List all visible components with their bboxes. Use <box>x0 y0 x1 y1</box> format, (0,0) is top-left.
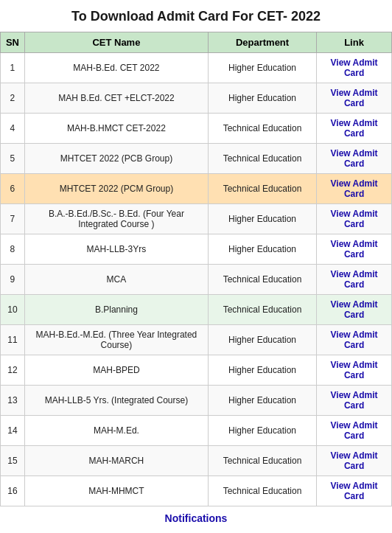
cell-cet-name: MAH-MHMCT <box>24 476 208 506</box>
view-admit-card-link[interactable]: View Admit Card <box>331 269 378 290</box>
cell-cet-name: MAH-B.Ed.-M.Ed. (Three Year Integrated C… <box>24 325 208 355</box>
view-admit-card-link[interactable]: View Admit Card <box>331 420 378 441</box>
cell-sn: 8 <box>1 234 25 265</box>
cell-link[interactable]: View Admit Card <box>317 174 392 204</box>
table-row: 10B.PlanningTechnical EducationView Admi… <box>1 295 392 325</box>
cell-cet-name: MAH-M.Ed. <box>24 416 208 446</box>
header-cet-name: CET Name <box>24 32 208 53</box>
cell-cet-name: MHTCET 2022 (PCB Group) <box>24 144 208 174</box>
cell-cet-name: MCA <box>24 265 208 295</box>
table-row: 13MAH-LLB-5 Yrs. (Integrated Course)High… <box>1 386 392 416</box>
view-admit-card-link[interactable]: View Admit Card <box>331 58 378 78</box>
table-row: 7B.A.-B.Ed./B.Sc.- B.Ed. (Four Year Inte… <box>1 204 392 234</box>
cell-link[interactable]: View Admit Card <box>317 386 392 416</box>
cell-link[interactable]: View Admit Card <box>317 325 392 355</box>
cell-cet-name: MHTCET 2022 (PCM Group) <box>24 174 208 204</box>
cell-cet-name: MAH-BPED <box>24 355 208 386</box>
view-admit-card-link[interactable]: View Admit Card <box>331 481 378 501</box>
cell-department: Higher Education <box>208 386 316 416</box>
cell-department: Higher Education <box>208 83 316 114</box>
cell-sn: 2 <box>1 83 25 114</box>
cell-cet-name: MAH-MARCH <box>24 446 208 476</box>
table-row: 8MAH-LLB-3YrsHigher EducationView Admit … <box>1 234 392 265</box>
cell-department: Technical Education <box>208 265 316 295</box>
cell-cet-name: MAH-B.HMCT CET-2022 <box>24 114 208 144</box>
cell-sn: 1 <box>1 53 25 83</box>
cell-department: Technical Education <box>208 174 316 204</box>
cell-department: Higher Education <box>208 416 316 446</box>
cell-link[interactable]: View Admit Card <box>317 295 392 325</box>
view-admit-card-link[interactable]: View Admit Card <box>331 178 378 199</box>
cell-department: Higher Education <box>208 234 316 265</box>
cell-link[interactable]: View Admit Card <box>317 234 392 265</box>
view-admit-card-link[interactable]: View Admit Card <box>331 299 378 320</box>
cell-cet-name: MAH-B.Ed. CET 2022 <box>24 53 208 83</box>
cell-link[interactable]: View Admit Card <box>317 265 392 295</box>
header-department: Department <box>208 32 316 53</box>
view-admit-card-link[interactable]: View Admit Card <box>331 148 378 169</box>
cell-link[interactable]: View Admit Card <box>317 114 392 144</box>
cell-link[interactable]: View Admit Card <box>317 204 392 234</box>
cell-cet-name: MAH-LLB-3Yrs <box>24 234 208 265</box>
cell-sn: 11 <box>1 325 25 355</box>
cell-link[interactable]: View Admit Card <box>317 416 392 446</box>
cell-department: Higher Education <box>208 53 316 83</box>
cell-sn: 10 <box>1 295 25 325</box>
table-row: 1MAH-B.Ed. CET 2022Higher EducationView … <box>1 53 392 83</box>
cell-link[interactable]: View Admit Card <box>317 476 392 506</box>
page-title: To Download Admit Card For CET- 2022 <box>0 0 392 32</box>
cell-sn: 13 <box>1 386 25 416</box>
cell-sn: 7 <box>1 204 25 234</box>
table-row: 6MHTCET 2022 (PCM Group)Technical Educat… <box>1 174 392 204</box>
table-row: 12MAH-BPEDHigher EducationView Admit Car… <box>1 355 392 386</box>
header-sn: SN <box>1 32 25 53</box>
table-row: 14MAH-M.Ed.Higher EducationView Admit Ca… <box>1 416 392 446</box>
cell-cet-name: B.Planning <box>24 295 208 325</box>
header-link: Link <box>317 32 392 53</box>
cell-cet-name: MAH-LLB-5 Yrs. (Integrated Course) <box>24 386 208 416</box>
cell-sn: 6 <box>1 174 25 204</box>
view-admit-card-link[interactable]: View Admit Card <box>331 450 378 471</box>
cell-sn: 4 <box>1 114 25 144</box>
view-admit-card-link[interactable]: View Admit Card <box>331 239 378 259</box>
cell-sn: 5 <box>1 144 25 174</box>
table-row: 4MAH-B.HMCT CET-2022Technical EducationV… <box>1 114 392 144</box>
table-row: 11MAH-B.Ed.-M.Ed. (Three Year Integrated… <box>1 325 392 355</box>
cell-sn: 16 <box>1 476 25 506</box>
admit-card-table: SN CET Name Department Link 1MAH-B.Ed. C… <box>0 32 392 506</box>
cell-link[interactable]: View Admit Card <box>317 446 392 476</box>
cell-department: Technical Education <box>208 476 316 506</box>
table-row: 2MAH B.Ed. CET +ELCT-2022Higher Educatio… <box>1 83 392 114</box>
cell-sn: 12 <box>1 355 25 386</box>
cell-sn: 9 <box>1 265 25 295</box>
cell-link[interactable]: View Admit Card <box>317 53 392 83</box>
table-header-row: SN CET Name Department Link <box>1 32 392 53</box>
view-admit-card-link[interactable]: View Admit Card <box>331 330 378 350</box>
notifications-link[interactable]: Notifications <box>0 506 392 530</box>
cell-department: Technical Education <box>208 295 316 325</box>
table-row: 16MAH-MHMCTTechnical EducationView Admit… <box>1 476 392 506</box>
cell-department: Higher Education <box>208 355 316 386</box>
cell-department: Technical Education <box>208 446 316 476</box>
cell-department: Technical Education <box>208 114 316 144</box>
cell-cet-name: MAH B.Ed. CET +ELCT-2022 <box>24 83 208 114</box>
cell-link[interactable]: View Admit Card <box>317 355 392 386</box>
cell-sn: 14 <box>1 416 25 446</box>
view-admit-card-link[interactable]: View Admit Card <box>331 88 378 108</box>
cell-department: Higher Education <box>208 204 316 234</box>
cell-department: Higher Education <box>208 325 316 355</box>
view-admit-card-link[interactable]: View Admit Card <box>331 209 378 229</box>
cell-sn: 15 <box>1 446 25 476</box>
view-admit-card-link[interactable]: View Admit Card <box>331 360 378 380</box>
cell-cet-name: B.A.-B.Ed./B.Sc.- B.Ed. (Four Year Integ… <box>24 204 208 234</box>
table-row: 15MAH-MARCHTechnical EducationView Admit… <box>1 446 392 476</box>
view-admit-card-link[interactable]: View Admit Card <box>331 390 378 411</box>
cell-link[interactable]: View Admit Card <box>317 144 392 174</box>
table-row: 9MCATechnical EducationView Admit Card <box>1 265 392 295</box>
cell-link[interactable]: View Admit Card <box>317 83 392 114</box>
view-admit-card-link[interactable]: View Admit Card <box>331 118 378 139</box>
table-row: 5MHTCET 2022 (PCB Group)Technical Educat… <box>1 144 392 174</box>
cell-department: Technical Education <box>208 144 316 174</box>
